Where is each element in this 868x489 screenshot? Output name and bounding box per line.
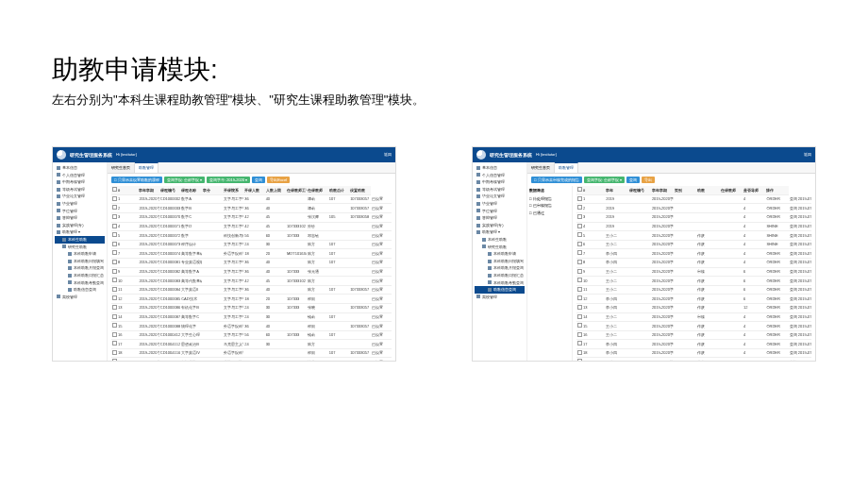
table-row[interactable]: 9王小二2019-2020学年审核6ORDER查询 2019-07-17 16:… bbox=[576, 267, 811, 277]
table-row[interactable]: 420192019-2020学年4SHINE查询 2019-07-17 16:0… bbox=[576, 222, 811, 231]
table-row[interactable]: 172019-2020学年 春季学期CD1004112思想政治B马克思主义学院2… bbox=[111, 340, 392, 349]
table-row[interactable]: 112019-2020学年 春季学期CD1000084大学英语II文学与工学管理… bbox=[111, 285, 392, 295]
table-row[interactable]: 8李小四2019-2020学年作废4ORDER查询 2019-07-17 16:… bbox=[576, 258, 811, 267]
table-row[interactable]: 11王小二2019-2020学年作废6ORDER查询 2019-07-17 16… bbox=[576, 285, 811, 295]
table-row[interactable]: 10王小二2019-2020学年作废6ORDER查询 2019-07-17 16… bbox=[576, 277, 811, 286]
checkbox-icon[interactable] bbox=[577, 187, 582, 192]
sidebar-item[interactable]: 基本信息 bbox=[55, 164, 105, 172]
sidebar-item[interactable]: 学位管理 bbox=[475, 208, 525, 215]
table-row[interactable]: 19王小二2019-2020学年作废4ORDER查询 2019-07-17 16… bbox=[576, 358, 811, 361]
table-row[interactable]: 92019-2020学年 春季学期CD1000082高等数学A文学与工学管理学院… bbox=[111, 267, 392, 277]
sidebar-item[interactable]: 助教信息查询 bbox=[475, 286, 525, 294]
checkbox-icon[interactable] bbox=[577, 224, 582, 228]
sidebar-item[interactable]: 中期考核管理 bbox=[475, 178, 525, 186]
filter-item[interactable]: □ 待处理报告 bbox=[529, 195, 570, 203]
col-header[interactable]: 课程名称 bbox=[180, 186, 201, 194]
checkbox-icon[interactable] bbox=[112, 287, 117, 292]
checkbox-icon[interactable] bbox=[577, 332, 582, 337]
sidebar-item[interactable]: 本科助教月报查询 bbox=[55, 264, 105, 272]
col-header[interactable]: 课程编号 bbox=[628, 186, 651, 194]
tab-home[interactable]: 研究生首页 bbox=[108, 162, 135, 173]
checkbox-icon[interactable] bbox=[112, 224, 117, 228]
table-row[interactable]: 13李小四2019-2020学年作废12ORDER查询 2019-07-17 1… bbox=[576, 303, 811, 312]
checkbox-icon[interactable] bbox=[577, 205, 582, 210]
col-header[interactable]: 人数上限 bbox=[265, 186, 286, 194]
col-header[interactable]: # bbox=[117, 186, 138, 194]
header-right[interactable]: 返回 bbox=[804, 152, 811, 158]
checkbox-icon[interactable] bbox=[112, 250, 117, 255]
sidebar-item[interactable]: 本科生助教 bbox=[55, 236, 105, 244]
sidebar-item[interactable]: 等级考试管理 bbox=[55, 186, 105, 194]
sidebar-item[interactable]: 本科助教周报汇总 bbox=[55, 272, 105, 279]
col-header[interactable]: 学年学期 bbox=[651, 186, 674, 194]
table-row[interactable]: 152019-2020学年 春季学期CD1000088物理化学外语学院科学364… bbox=[111, 322, 392, 331]
table-row[interactable]: 7李小四2019-2020学年作废4ORDER查询 2019-07-17 16:… bbox=[576, 249, 811, 259]
toolbar-button[interactable]: □ 只显示未设置助教的课程 bbox=[111, 177, 162, 184]
checkbox-icon[interactable] bbox=[112, 260, 117, 264]
table-row[interactable]: 52019-2020学年 春季学期CD1000072数学科技创新与科学56601… bbox=[111, 231, 392, 241]
tab-ta[interactable]: 助教管理 bbox=[135, 162, 159, 173]
col-header[interactable]: 开课人数 bbox=[243, 186, 264, 194]
checkbox-icon[interactable] bbox=[112, 232, 117, 237]
table-row[interactable]: 5王小二2019-2020学年作废4SHINE查询 2019-07-17 16:… bbox=[576, 231, 811, 241]
sidebar-item[interactable]: 基本信息 bbox=[475, 164, 525, 172]
tab-home[interactable]: 研究生首页 bbox=[527, 162, 555, 173]
sidebar-item[interactable]: 助教管理 ▾ bbox=[55, 228, 105, 236]
sidebar-item[interactable]: 毕业论文管理 bbox=[475, 193, 525, 200]
sidebar-item[interactable]: 答辩管理 bbox=[55, 214, 105, 222]
sidebar-item[interactable]: 毕业论文管理 bbox=[55, 193, 105, 200]
sidebar-item[interactable]: 本科助教考勤查询 bbox=[55, 279, 105, 287]
table-row[interactable]: 16王小二2019-2020学年作废4ORDER查询 2019-07-17 16… bbox=[576, 330, 811, 340]
sidebar-item[interactable]: 助教信息查询 bbox=[55, 286, 105, 294]
checkbox-icon[interactable] bbox=[112, 305, 117, 310]
checkbox-icon[interactable] bbox=[577, 350, 582, 355]
checkbox-icon[interactable] bbox=[112, 350, 117, 355]
checkbox-icon[interactable] bbox=[112, 196, 117, 201]
checkbox-icon[interactable] bbox=[577, 214, 582, 219]
col-header[interactable]: 操作 bbox=[765, 186, 788, 194]
table-row[interactable]: 17李小四2019-2020学年作废4ORDER查询 2019-07-17 16… bbox=[576, 340, 811, 349]
table-row[interactable]: 14王小二2019-2020学年审核4ORDER查询 2019-07-17 16… bbox=[576, 312, 811, 322]
checkbox-icon[interactable] bbox=[577, 278, 582, 282]
table-row[interactable]: 62019-2020学年 春季学期CD1000073程序设计文学与工学管理学院2… bbox=[111, 240, 392, 249]
checkbox-icon[interactable] bbox=[112, 359, 117, 361]
checkbox-icon[interactable] bbox=[577, 250, 582, 255]
sidebar-item[interactable]: 答辩管理 bbox=[475, 214, 525, 222]
checkbox-icon[interactable] bbox=[112, 278, 117, 282]
sidebar-item[interactable]: 离校管理 bbox=[475, 294, 525, 301]
checkbox-icon[interactable] bbox=[577, 359, 582, 361]
toolbar-button[interactable]: 导出Excel bbox=[267, 177, 290, 184]
checkbox-icon[interactable] bbox=[112, 332, 117, 337]
col-header[interactable]: 开课院系 bbox=[223, 186, 243, 194]
checkbox-icon[interactable] bbox=[577, 232, 582, 237]
checkbox-icon[interactable] bbox=[112, 242, 117, 246]
toolbar-button[interactable]: 查询学年: 2019-2020 ▾ bbox=[207, 177, 250, 184]
table-row[interactable]: 320192019-2020学年4ORDER查询 2019-07-17 16:0… bbox=[576, 212, 811, 222]
table-row[interactable]: 162019-2020学年 春季学期CD1000412大学生心理文学与工学管理学… bbox=[111, 330, 392, 340]
col-header[interactable]: 任课教师 bbox=[307, 186, 327, 194]
sidebar-item[interactable]: 毕业管理 bbox=[55, 200, 105, 208]
table-row[interactable]: 15王小二2019-2020学年作废4ORDER查询 2019-07-17 16… bbox=[576, 322, 811, 331]
sidebar-item[interactable]: 实践管理(专) bbox=[55, 222, 105, 229]
col-header[interactable]: 是否导师 bbox=[743, 186, 765, 194]
checkbox-icon[interactable] bbox=[112, 295, 117, 300]
col-header[interactable]: 学年 bbox=[605, 186, 627, 194]
table-row[interactable]: 102019-2020学年 春季学期CD1000083高等代数基础文学与工学管理… bbox=[111, 277, 392, 286]
sidebar-item[interactable]: 实践管理(专) bbox=[475, 222, 525, 229]
filter-item[interactable]: □ 已通过 bbox=[529, 210, 570, 217]
sidebar-item[interactable]: 本科助教考勤查询 bbox=[475, 279, 525, 287]
toolbar-button[interactable]: 查询 bbox=[626, 177, 640, 184]
sidebar-item[interactable]: 本科助教月报查询 bbox=[475, 264, 525, 272]
table-row[interactable]: 192019-2020学年 春季学期CD1004117有机化学化学工程学院107… bbox=[111, 358, 392, 361]
col-header[interactable]: 课程编号 bbox=[159, 186, 180, 194]
checkbox-icon[interactable] bbox=[577, 323, 582, 328]
table-row[interactable]: 12019-2020学年 春季学期CD1000002数学A文学与工学管理学院36… bbox=[111, 194, 392, 204]
table-row[interactable]: 120192019-2020学年4ORDER查询 2019-07-17 16:0… bbox=[576, 194, 811, 204]
sidebar-item[interactable]: 离校管理 bbox=[55, 294, 105, 301]
checkbox-icon[interactable] bbox=[577, 341, 582, 346]
filter-item[interactable]: □ 已审核报告 bbox=[529, 202, 570, 210]
sidebar-item[interactable]: 本科助教日报填写 bbox=[55, 258, 105, 265]
sidebar-item[interactable]: 本科助教周报汇总 bbox=[475, 272, 525, 279]
checkbox-icon[interactable] bbox=[112, 314, 117, 319]
header-right[interactable]: 返回 bbox=[384, 152, 392, 158]
